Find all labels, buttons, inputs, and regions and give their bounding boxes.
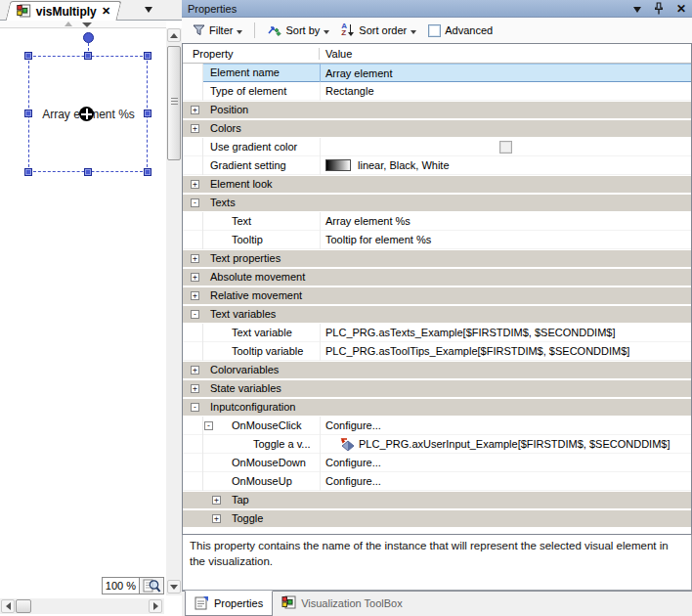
resize-handle[interactable] [84, 168, 92, 176]
property-row[interactable]: +State variables [183, 379, 691, 398]
property-value[interactable] [320, 175, 691, 194]
property-value[interactable]: Configure... [320, 417, 691, 435]
property-value[interactable] [320, 249, 691, 268]
resize-handle[interactable] [24, 168, 32, 176]
property-row[interactable]: +Colorvariables [183, 361, 691, 379]
property-row[interactable]: +Tap [183, 491, 691, 509]
resize-handle[interactable] [24, 52, 32, 60]
resize-handle[interactable] [84, 52, 92, 60]
property-value[interactable]: Rectangle [320, 82, 691, 101]
pin-icon[interactable] [654, 2, 664, 16]
property-row[interactable]: +Element look [183, 175, 691, 194]
column-header-property[interactable]: Property [183, 48, 320, 60]
expand-plus-icon[interactable]: + [191, 124, 199, 133]
expand-plus-icon[interactable]: + [191, 384, 199, 393]
tab-visualization-toolbox[interactable]: Visualization ToolBox [273, 591, 411, 616]
expand-plus-icon[interactable]: + [212, 496, 221, 505]
advanced-toggle[interactable]: Advanced [425, 22, 496, 39]
sort-order-button[interactable]: AZ Sort order [338, 22, 419, 39]
property-row[interactable]: +Colors [183, 119, 691, 138]
property-value[interactable] [320, 138, 691, 156]
property-value[interactable] [320, 379, 691, 398]
expand-plus-icon[interactable]: + [191, 106, 199, 114]
property-value[interactable]: Tooltip for element %s [320, 231, 691, 249]
property-value[interactable] [320, 398, 691, 417]
tab-list-dropdown-icon[interactable] [145, 7, 152, 17]
tab-properties[interactable]: Properties [185, 591, 273, 616]
tab-vismultiply[interactable]: visMultiply ✕ [6, 1, 122, 21]
expand-plus-icon[interactable]: + [191, 273, 199, 282]
scroll-right-button[interactable] [149, 599, 162, 613]
advanced-checkbox[interactable] [428, 24, 441, 37]
collapse-minus-icon[interactable]: - [191, 403, 199, 412]
property-value[interactable]: Array element [320, 64, 691, 82]
scroll-down-button[interactable] [167, 580, 181, 594]
visualization-canvas[interactable]: Array element %s [0, 28, 166, 596]
property-row[interactable]: +Position [183, 101, 691, 119]
property-row[interactable]: -OnMouseClickConfigure... [183, 417, 691, 435]
collapse-minus-icon[interactable]: - [191, 198, 199, 207]
property-row[interactable]: Gradient settinglinear, Black, White [183, 156, 691, 175]
filter-button[interactable]: Filter [190, 22, 245, 38]
property-row[interactable]: +Text properties [183, 249, 691, 268]
property-value[interactable] [320, 194, 691, 212]
expand-plus-icon[interactable]: + [191, 254, 199, 263]
rotation-handle[interactable] [83, 32, 94, 43]
collapse-minus-icon[interactable]: - [191, 310, 199, 319]
expand-plus-icon[interactable]: + [191, 291, 199, 300]
property-row[interactable]: -Inputconfiguration [183, 398, 691, 417]
property-row[interactable]: TextArray element %s [183, 212, 691, 231]
property-value[interactable] [320, 286, 691, 305]
property-row[interactable]: Element nameArray element [183, 64, 691, 82]
property-row[interactable]: OnMouseUpConfigure... [183, 472, 691, 491]
property-row[interactable]: +Toggle [183, 509, 691, 528]
panel-titlebar[interactable]: Properties ✕ [182, 0, 692, 18]
zoom-button[interactable] [140, 577, 164, 594]
property-value[interactable] [320, 119, 691, 138]
resize-handle[interactable] [144, 52, 151, 60]
property-value[interactable]: Array element %s [320, 212, 691, 231]
property-value[interactable]: PLC_PRG.asTexts_Example[$FIRSTDIM$, $SEC… [320, 324, 691, 342]
property-row[interactable]: Toggle a v... PLC_PRG.axUserInput_Exampl… [183, 435, 691, 454]
sort-by-button[interactable]: Sort by [264, 22, 332, 38]
close-icon[interactable]: ✕ [102, 6, 110, 17]
property-row[interactable]: Use gradient color [183, 138, 691, 156]
property-row[interactable]: TooltipTooltip for element %s [183, 231, 691, 249]
horizontal-scroll-thumb[interactable] [16, 599, 31, 613]
zoom-level-field[interactable]: 100 % [102, 577, 140, 594]
property-row[interactable]: +Absolute movement [183, 268, 691, 286]
property-row[interactable]: -Text variables [183, 305, 691, 324]
property-row[interactable]: +Relative movement [183, 286, 691, 305]
property-row[interactable]: Text variablePLC_PRG.asTexts_Example[$FI… [183, 324, 691, 342]
property-row[interactable]: OnMouseDownConfigure... [183, 454, 691, 472]
window-position-chevron-down-icon[interactable] [633, 7, 641, 13]
property-value[interactable]: Configure... [320, 454, 691, 472]
expand-plus-icon[interactable]: + [212, 514, 221, 523]
property-value[interactable] [320, 361, 691, 379]
property-value[interactable] [320, 268, 691, 286]
scroll-left-button[interactable] [1, 599, 15, 613]
close-icon[interactable]: ✕ [676, 3, 686, 15]
property-value[interactable] [320, 101, 691, 119]
expand-plus-icon[interactable]: + [191, 180, 199, 189]
property-value[interactable]: PLC_PRG.asToolTips_Example[$FIRSTDIM$, $… [320, 342, 691, 361]
resize-handle[interactable] [144, 168, 151, 176]
editor-splitter[interactable] [0, 21, 166, 28]
property-value[interactable]: linear, Black, White [320, 156, 691, 175]
property-value[interactable] [320, 305, 691, 324]
canvas-vertical-scrollbar[interactable] [166, 28, 182, 595]
property-value[interactable] [320, 509, 691, 528]
property-row[interactable]: Tooltip variablePLC_PRG.asToolTips_Examp… [183, 342, 691, 361]
collapse-minus-icon[interactable]: - [204, 421, 213, 430]
property-value[interactable]: Configure... [320, 472, 691, 491]
canvas-horizontal-scrollbar[interactable] [0, 598, 164, 614]
property-row[interactable]: -Texts [183, 194, 691, 212]
vertical-scroll-thumb[interactable] [167, 46, 181, 160]
column-header-value[interactable]: Value [320, 48, 691, 60]
scroll-up-button[interactable] [167, 28, 181, 42]
gradient-checkbox[interactable] [499, 141, 512, 154]
expand-plus-icon[interactable]: + [191, 366, 199, 374]
property-value[interactable]: PLC_PRG.axUserInput_Example[$FIRSTDIM$, … [320, 435, 691, 454]
property-value[interactable] [320, 491, 691, 509]
property-row[interactable]: Type of elementRectangle [183, 82, 691, 101]
